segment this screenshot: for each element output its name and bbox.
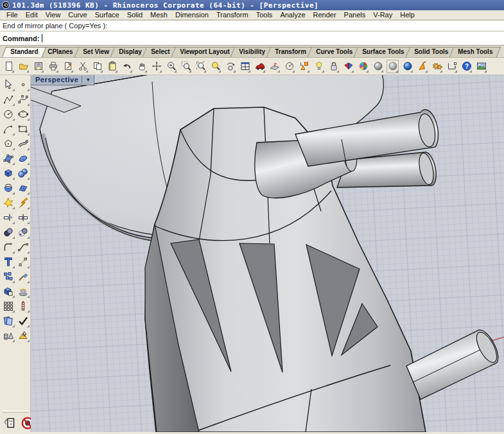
menu-view[interactable]: View [42,11,65,19]
zoom-extents-icon[interactable] [195,60,207,73]
menu-help[interactable]: Help [396,11,419,19]
tab-surface-tools[interactable]: Surface Tools [354,47,413,57]
command-history: End of mirror plane ( Copy=Yes ): [0,20,504,31]
paint-tool-icon[interactable] [416,60,428,73]
menu-panels[interactable]: Panels [340,11,370,19]
pan-view-icon[interactable] [135,60,148,73]
paste-icon[interactable] [106,60,118,73]
pipe-icon[interactable] [17,137,30,150]
help-icon[interactable]: ? [460,60,473,73]
menu-surface[interactable]: Surface [91,11,123,19]
menu-solid[interactable]: Solid [123,11,146,19]
viewport-layout-icon[interactable] [239,60,251,73]
ghosted-sphere-icon[interactable] [387,60,399,73]
menu-edit[interactable]: Edit [22,11,42,19]
tab-mesh-tools[interactable]: Mesh Tools [449,47,501,57]
rectangle-icon[interactable] [17,122,30,135]
split-icon[interactable] [17,211,30,224]
text-caret [42,34,42,42]
surface-from-points-icon[interactable] [2,152,15,165]
pyramid-select-icon[interactable] [17,329,30,342]
control-point-curve-icon[interactable] [17,92,30,106]
tab-standard[interactable]: Standard [2,47,47,57]
perspective-viewport[interactable]: Perspective ▼ [31,75,504,432]
undo-icon[interactable] [121,60,133,73]
menu-curve[interactable]: Curve [64,11,91,19]
named-view-icon[interactable] [283,60,295,73]
dimension-tool-icon[interactable] [446,60,458,73]
open-file-icon[interactable] [17,60,30,73]
extract-wireframe-icon[interactable] [17,196,30,209]
zoom-selected-icon[interactable] [209,60,222,73]
save-icon[interactable] [32,60,44,73]
mesh-patch-icon[interactable] [17,181,30,195]
move-points-icon[interactable] [17,255,30,268]
viewport-canvas[interactable] [31,75,504,432]
boolean-difference-icon[interactable] [17,225,30,239]
box-icon[interactable] [2,166,15,180]
solid-primitives-icon[interactable] [2,329,15,342]
shaded-view-icon[interactable] [254,60,266,73]
copy-icon[interactable] [91,60,103,73]
trim-icon[interactable] [2,211,15,224]
text-object-icon[interactable] [2,255,15,268]
select-pointer-icon[interactable] [2,78,15,91]
menu-dimension[interactable]: Dimension [171,11,213,19]
explode-icon[interactable] [2,196,15,209]
fillet-curve-icon[interactable] [2,240,15,254]
print-icon[interactable] [47,60,59,73]
tab-viewport-layout[interactable]: Viewport Layout [171,47,238,57]
color-wheel-icon[interactable] [357,60,369,73]
paint-brush-icon[interactable] [17,270,30,283]
chevron-down-icon[interactable]: ▼ [85,77,91,83]
check-selection-icon[interactable] [17,314,30,327]
record-history-icon[interactable] [17,299,30,313]
layer-state-icon[interactable] [298,60,310,73]
svg-text:?: ? [464,63,468,70]
block-group-icon[interactable] [2,270,15,283]
lock-objects-icon[interactable] [327,60,340,73]
new-file-icon[interactable] [3,60,15,73]
panel-toggle-icon[interactable] [3,416,17,430]
rotate-view-icon[interactable] [150,60,162,73]
ellipse-icon[interactable] [17,107,30,121]
menu-analyze[interactable]: Analyze [276,11,309,19]
undo-view-change-icon[interactable] [224,60,236,73]
rendered-sphere-icon[interactable] [401,60,413,73]
tab-curve-tools[interactable]: Curve Tools [308,47,361,57]
menu-tools[interactable]: Tools [252,11,277,19]
polyline-icon[interactable] [2,92,15,106]
zoom-dynamic-icon[interactable] [165,60,177,73]
cage-edit-icon[interactable] [2,284,15,298]
polygon-icon[interactable] [2,137,15,150]
menu-transform[interactable]: Transform [213,11,252,19]
edit-properties-icon[interactable] [62,60,74,73]
options-gears-icon[interactable] [431,60,443,73]
menu-file[interactable]: File [3,11,22,19]
hide-objects-icon[interactable] [342,60,354,73]
lights-icon[interactable] [17,284,30,298]
menu-mesh[interactable]: Mesh [146,11,171,19]
circle-icon[interactable] [2,107,15,121]
lamp-light-icon[interactable] [313,60,325,73]
rectangular-array-icon[interactable] [2,299,15,313]
standard-toolbar: ? [0,58,504,75]
revolve-icon[interactable] [2,181,15,195]
menu-render[interactable]: Render [309,11,340,19]
viewport-title[interactable]: Perspective ▼ [31,75,94,85]
arc-icon[interactable] [2,122,15,135]
command-prompt[interactable]: Command: [0,31,504,46]
single-point-icon[interactable] [17,78,30,91]
boolean-union-icon[interactable] [2,225,15,239]
spheres-icon[interactable] [17,166,30,180]
analyze-direction-icon[interactable] [268,60,281,73]
tab-solid-tools[interactable]: Solid Tools [405,47,456,57]
menu-vray[interactable]: V-Ray [369,11,396,19]
curved-surface-icon[interactable] [17,152,30,165]
blend-curve-icon[interactable] [17,240,30,254]
cut-icon[interactable] [76,60,89,73]
background-image-icon[interactable] [475,60,487,73]
layer-pages-icon[interactable] [2,314,15,327]
zoom-window-icon[interactable] [180,60,192,73]
shaded-sphere-icon[interactable] [372,60,384,73]
